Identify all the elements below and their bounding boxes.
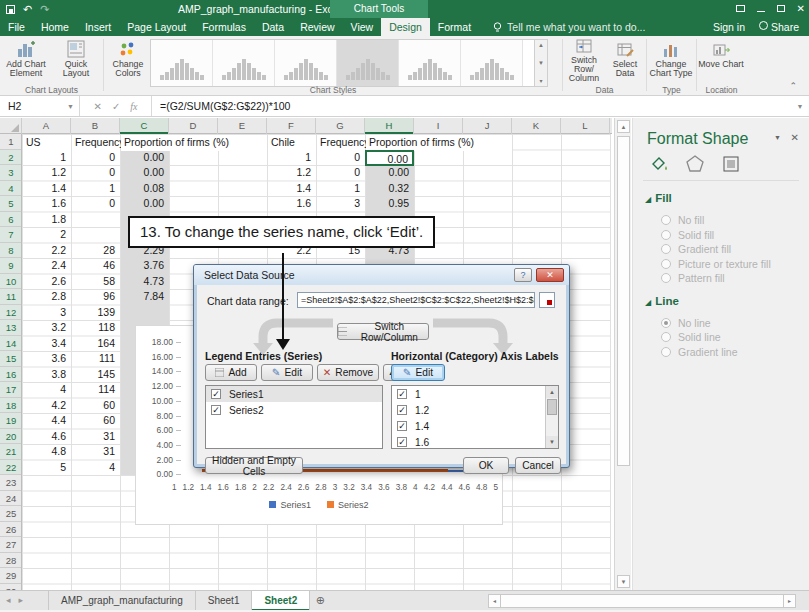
legend-entries-list[interactable]: ✓Series1✓Series2 [205, 385, 383, 449]
row-header-17[interactable]: 17 [0, 382, 22, 398]
scroll-up-icon[interactable]: ▲ [617, 120, 630, 133]
fill-line-icon[interactable] [647, 154, 669, 174]
chart-style-thumbnail[interactable] [151, 40, 213, 86]
row-header-14[interactable]: 14 [0, 336, 22, 352]
cell-A12[interactable]: 3 [22, 305, 70, 321]
row-header-23[interactable]: 23 [0, 475, 22, 491]
column-header-B[interactable]: B [71, 118, 120, 134]
cell-G1[interactable]: Frequency [317, 135, 365, 151]
tab-home[interactable]: Home [33, 18, 77, 36]
cell-A14[interactable]: 3.4 [22, 336, 70, 352]
scroll-right-icon[interactable]: ▸ [783, 594, 796, 608]
cell-A21[interactable]: 4.8 [22, 444, 70, 460]
row-header-6[interactable]: 6 [0, 212, 22, 228]
edit-axis-labels-button[interactable]: ✎ Edit [391, 364, 445, 381]
cell-A15[interactable]: 3.6 [22, 351, 70, 367]
chart-style-thumbnail[interactable] [399, 40, 461, 86]
cell-B4[interactable]: 1 [71, 181, 119, 197]
size-properties-icon[interactable] [721, 154, 741, 174]
cell-A10[interactable]: 2.6 [22, 274, 70, 290]
column-header-A[interactable]: A [22, 118, 71, 134]
cell-G2[interactable]: 0 [316, 150, 364, 166]
radio-icon[interactable] [661, 230, 671, 240]
cell-B2[interactable]: 0 [71, 150, 119, 166]
cell-B18[interactable]: 60 [71, 398, 119, 414]
row-header-24[interactable]: 24 [0, 491, 22, 507]
cell-B9[interactable]: 46 [71, 258, 119, 274]
row-header-29[interactable]: 29 [0, 568, 22, 584]
option-gradient-line[interactable]: Gradient line [661, 346, 738, 358]
ribbon-display-options-icon[interactable] [736, 5, 745, 12]
option-solid-line[interactable]: Solid line [661, 331, 721, 343]
cell-B10[interactable]: 58 [71, 274, 119, 290]
restore-icon[interactable] [777, 5, 785, 12]
cell-C4[interactable]: 0.08 [120, 181, 168, 197]
share-button[interactable]: Share [759, 21, 799, 33]
axis-list-scroll-thumb[interactable] [547, 399, 557, 415]
row-header-3[interactable]: 3 [0, 165, 22, 181]
cell-A1[interactable]: US [23, 135, 71, 151]
cell-A19[interactable]: 4.4 [22, 413, 70, 429]
cell-B19[interactable]: 60 [71, 413, 119, 429]
cell-A9[interactable]: 2.4 [22, 258, 70, 274]
name-box[interactable]: H2▼ [0, 96, 80, 116]
cell-A4[interactable]: 1.4 [22, 181, 70, 197]
column-header-C[interactable]: C [120, 118, 169, 134]
change-colors-button[interactable]: Change Colors [104, 38, 152, 82]
row-header-18[interactable]: 18 [0, 398, 22, 414]
category-list-item[interactable]: ✓1.2 [392, 402, 542, 418]
cell-B21[interactable]: 31 [71, 444, 119, 460]
confirm-entry-icon[interactable]: ✓ [112, 101, 120, 112]
row-header-12[interactable]: 12 [0, 305, 22, 321]
formula-bar-expand-icon[interactable]: ▼ [791, 96, 809, 116]
dialog-help-button[interactable]: ? [514, 268, 532, 282]
cell-H1[interactable]: Proportion of firms (%) [366, 135, 512, 151]
cell-H3[interactable]: 0.00 [365, 165, 413, 181]
cell-B3[interactable]: 0 [71, 165, 119, 181]
sheet-nav-left-icon[interactable]: ◂ [6, 595, 11, 605]
cell-H5[interactable]: 0.95 [365, 196, 413, 212]
cell-A2[interactable]: 1 [22, 150, 70, 166]
row-header-7[interactable]: 7 [0, 227, 22, 243]
radio-icon[interactable] [661, 332, 671, 342]
cell-B5[interactable]: 0 [71, 196, 119, 212]
cell-G3[interactable]: 0 [316, 165, 364, 181]
gallery-scrollbar[interactable]: ▲▼▾ [534, 40, 547, 86]
sheet-tab-sheet1[interactable]: Sheet1 [196, 591, 253, 611]
cell-A7[interactable]: 2 [22, 227, 70, 243]
row-header-11[interactable]: 11 [0, 289, 22, 305]
active-cell-H2[interactable]: 0.00 [365, 150, 414, 167]
cell-F4[interactable]: 1.4 [267, 181, 315, 197]
save-icon[interactable] [6, 5, 15, 14]
row-header-9[interactable]: 9 [0, 258, 22, 274]
minimize-icon[interactable] [757, 11, 765, 12]
tab-review[interactable]: Review [292, 18, 342, 36]
add-chart-element-button[interactable]: Add Chart Element [2, 38, 50, 82]
checkbox-checked-icon[interactable]: ✓ [397, 389, 407, 399]
tab-format[interactable]: Format [430, 18, 479, 36]
cell-H4[interactable]: 0.32 [365, 181, 413, 197]
select-data-button[interactable]: Select Data [605, 38, 645, 82]
collapse-ribbon-icon[interactable]: ⌃ [789, 81, 797, 91]
sheet-tab-amp_graph_manufacturing[interactable]: AMP_graph_manufacturing [48, 591, 196, 611]
row-header-2[interactable]: 2 [0, 150, 22, 166]
scroll-down-icon[interactable]: ▼ [617, 575, 630, 588]
cell-C11[interactable]: 7.84 [120, 289, 168, 305]
radio-icon[interactable] [661, 244, 671, 254]
chart-style-thumbnail[interactable] [461, 40, 523, 86]
row-header-28[interactable]: 28 [0, 553, 22, 569]
new-sheet-icon[interactable]: ⊕ [310, 591, 330, 611]
row-header-10[interactable]: 10 [0, 274, 22, 290]
row-header-13[interactable]: 13 [0, 320, 22, 336]
cancel-entry-icon[interactable]: ✕ [94, 101, 102, 112]
cell-B13[interactable]: 118 [71, 320, 119, 336]
radio-icon[interactable] [661, 215, 671, 225]
category-list-item[interactable]: ✓1.6 [392, 434, 542, 449]
checkbox-checked-icon[interactable]: ✓ [397, 421, 407, 431]
series-list-item[interactable]: ✓Series1 [206, 386, 382, 402]
option-pattern-fill[interactable]: Pattern fill [661, 272, 725, 284]
chart-style-thumbnail[interactable] [337, 40, 399, 86]
tab-file[interactable]: File [0, 18, 33, 36]
name-box-dropdown-icon[interactable]: ▼ [67, 103, 74, 110]
radio-icon[interactable] [661, 259, 671, 269]
